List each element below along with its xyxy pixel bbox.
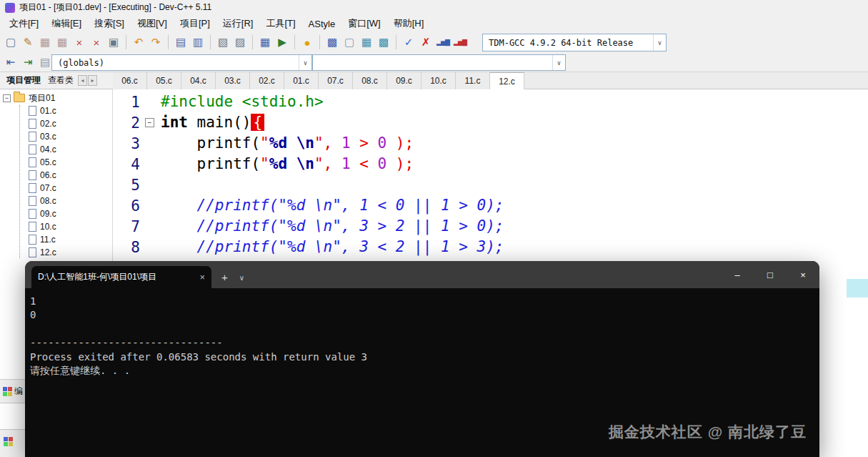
code-text: #include <stdio.h> xyxy=(161,92,324,112)
collapse-icon[interactable]: − xyxy=(3,94,11,102)
code-line[interactable]: 2−int main(){ xyxy=(113,112,868,133)
editor-tab[interactable]: 04.c xyxy=(181,72,216,89)
compiler-select[interactable]: TDM-GCC 4.9.2 64-bit Release ∨ xyxy=(482,34,667,51)
editor-tab[interactable]: 11.c xyxy=(456,72,490,89)
menu-item[interactable]: 视图[V] xyxy=(131,16,174,31)
editor-tab[interactable]: 07.c xyxy=(319,72,353,89)
console-tab[interactable]: D:\人工智能1班-何\项目01\项目 × xyxy=(31,266,211,288)
goto-function-icon[interactable]: ▧ xyxy=(215,34,231,51)
code-line[interactable]: 1#include <stdio.h> xyxy=(113,92,868,112)
tree-file-item[interactable]: 10.c xyxy=(0,220,112,233)
chevron-down-icon[interactable]: ∨ xyxy=(653,34,666,51)
editor-tab[interactable]: 12.c xyxy=(490,72,524,89)
code-line[interactable]: 4 printf("%d \n", 1 < 0 ); xyxy=(113,154,868,175)
menu-item[interactable]: 项目[P] xyxy=(174,16,216,31)
code-line[interactable]: 5 xyxy=(113,175,868,195)
jump-back-icon[interactable]: ⇤ xyxy=(3,54,19,71)
globals-select[interactable]: (globals) ∨ xyxy=(51,54,312,71)
undo-icon[interactable]: ↶ xyxy=(131,34,146,51)
tree-file-item[interactable]: 07.c xyxy=(0,182,112,195)
close-all-icon[interactable]: × xyxy=(89,34,104,51)
close-file-icon[interactable]: × xyxy=(71,34,87,51)
find-icon[interactable]: ▤ xyxy=(173,34,189,51)
close-icon[interactable]: × xyxy=(199,272,205,282)
save-all-icon[interactable]: ▦ xyxy=(54,34,70,51)
menu-item[interactable]: 窗口[W] xyxy=(341,16,387,31)
editor-tab[interactable]: 03.c xyxy=(216,72,250,89)
tree-file-item[interactable]: 02.c xyxy=(0,117,112,130)
tab-scroll-left-icon[interactable]: ◂ xyxy=(78,75,87,86)
menu-item[interactable]: 工具[T] xyxy=(259,16,301,31)
tree-file-item[interactable]: 06.c xyxy=(0,169,112,182)
tree-file-item[interactable]: 12.c xyxy=(0,246,112,259)
tree-file-item[interactable]: 04.c xyxy=(0,143,112,156)
chevron-down-icon[interactable]: ∨ xyxy=(552,55,565,70)
code-token xyxy=(386,155,396,172)
panel-tab-icon[interactable] xyxy=(4,437,13,446)
code-token xyxy=(332,155,341,172)
tree-file-item[interactable]: 01.c xyxy=(0,104,112,117)
run-icon[interactable]: ▶ xyxy=(274,34,290,51)
menu-item[interactable]: AStyle xyxy=(302,17,342,31)
print-icon[interactable]: ▣ xyxy=(106,34,121,51)
code-token: " xyxy=(260,134,269,152)
chevron-down-icon[interactable]: ∨ xyxy=(299,55,311,70)
code-token: > xyxy=(359,134,369,152)
minimize-button[interactable]: – xyxy=(721,261,754,288)
goto-line-icon[interactable]: ▨ xyxy=(232,34,248,51)
fold-marker[interactable]: − xyxy=(145,118,154,127)
editor-tab[interactable]: 01.c xyxy=(284,72,319,89)
maximize-button[interactable]: □ xyxy=(754,261,787,288)
editor-tab[interactable]: 09.c xyxy=(387,72,421,89)
code-line[interactable]: 8 //printf("%d \n", 3 < 2 || 1 > 3); xyxy=(113,237,868,257)
jump-forward-icon[interactable]: ⇥ xyxy=(20,54,36,71)
header-source-icon[interactable]: ▤ xyxy=(37,54,53,71)
tree-file-item[interactable]: 05.c xyxy=(0,156,112,169)
window-layout-icon[interactable]: ▦ xyxy=(359,34,374,51)
compile-icon[interactable]: ▦ xyxy=(257,34,273,51)
menu-item[interactable]: 帮助[H] xyxy=(387,16,431,31)
abort-icon[interactable]: ✗ xyxy=(418,34,434,51)
editor-tab[interactable]: 02.c xyxy=(250,72,284,89)
clean-icon[interactable]: ▢ xyxy=(341,34,357,51)
members-select[interactable]: ∨ xyxy=(312,54,566,71)
console-lines: 10 --------------------------------Proce… xyxy=(30,295,819,378)
compile-panel-tab[interactable]: 编 xyxy=(3,385,23,398)
tree-file-item[interactable]: 03.c xyxy=(0,130,112,143)
rebuild-icon[interactable]: ▩ xyxy=(324,34,340,51)
editor-tab[interactable]: 05.c xyxy=(147,72,181,89)
console-window[interactable]: D:\人工智能1班-何\项目01\项目 × + ∨ – □ × 10 -----… xyxy=(25,261,819,457)
redo-icon[interactable]: ↷ xyxy=(148,34,164,51)
save-icon[interactable]: ▦ xyxy=(37,34,53,51)
profile-clean-icon[interactable]: ▂▅▇ xyxy=(452,34,468,51)
window-grid-icon[interactable]: ▩ xyxy=(376,34,391,51)
open-file-icon[interactable]: ✎ xyxy=(20,34,36,51)
syntax-check-icon[interactable]: ✓ xyxy=(401,34,416,51)
close-button[interactable]: × xyxy=(787,261,819,288)
menu-item[interactable]: 搜索[S] xyxy=(88,16,131,31)
code-line[interactable]: 3 printf("%d \n", 1 > 0 ); xyxy=(113,133,868,154)
chevron-down-icon[interactable]: ∨ xyxy=(239,274,244,282)
tree-file-item[interactable]: 08.c xyxy=(0,195,112,207)
console-output[interactable]: 10 --------------------------------Proce… xyxy=(25,288,819,378)
compile-run-icon[interactable]: ● xyxy=(299,34,315,51)
editor-tab[interactable]: 10.c xyxy=(421,72,456,89)
tab-scroll-right-icon[interactable]: ▸ xyxy=(88,75,97,86)
code-line[interactable]: 6 //printf("%d \n", 1 < 0 || 1 > 0); xyxy=(113,195,868,216)
tree-file-item[interactable]: 09.c xyxy=(0,207,112,220)
sidebar-tab-classes[interactable]: 查看类 xyxy=(44,73,77,88)
profile-icon[interactable]: ▂▅▇ xyxy=(435,34,451,51)
menu-item[interactable]: 文件[F] xyxy=(3,16,45,31)
editor-tab[interactable]: 08.c xyxy=(353,72,387,89)
code-line[interactable]: 7 //printf("%d \n", 3 > 2 || 1 > 0); xyxy=(113,216,868,237)
menu-item[interactable]: 编辑[E] xyxy=(45,16,88,31)
tree-root-item[interactable]: − 项目01 xyxy=(0,92,112,104)
code-token xyxy=(332,134,341,152)
new-file-icon[interactable]: ▢ xyxy=(3,34,19,51)
tree-file-item[interactable]: 11.c xyxy=(0,233,112,246)
replace-icon[interactable]: ▥ xyxy=(190,34,206,51)
menu-item[interactable]: 运行[R] xyxy=(216,16,260,31)
editor-tab[interactable]: 06.c xyxy=(113,72,147,89)
sidebar-tab-project[interactable]: 项目管理 xyxy=(3,73,44,88)
new-tab-icon[interactable]: + xyxy=(221,271,228,283)
